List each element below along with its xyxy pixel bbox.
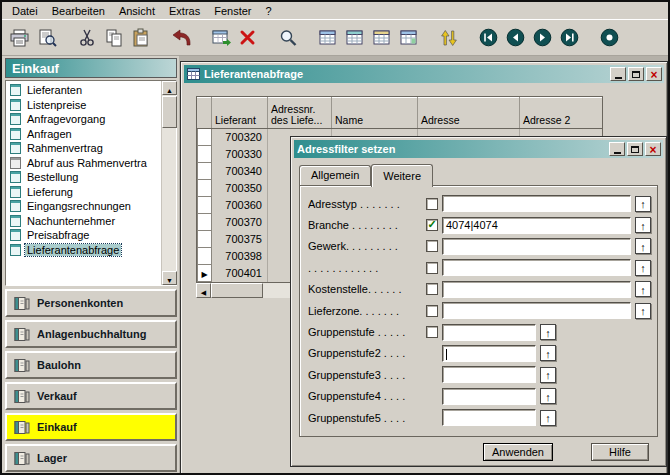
sidebar-item-abruf-aus-rahmenvertrag[interactable]: Abruf aus Rahmenvertra — [7, 156, 160, 171]
row-selector[interactable] — [197, 129, 212, 146]
paste-button[interactable] — [127, 25, 154, 51]
dialog-maximize-button[interactable] — [627, 142, 643, 156]
column-header-name[interactable]: Name — [332, 97, 418, 128]
grid-view-2-button[interactable] — [341, 25, 368, 51]
cut-button[interactable] — [73, 25, 100, 51]
menu-ansicht[interactable]: Ansicht — [112, 3, 162, 19]
blank-input[interactable] — [442, 259, 631, 276]
column-header-adresse[interactable]: Adresse — [418, 97, 520, 128]
gewerk-input[interactable] — [442, 238, 631, 255]
sidebar-item-eingangsrechnungen[interactable]: Eingangsrechnungen — [7, 199, 160, 214]
print-preview-button[interactable] — [33, 25, 60, 51]
grid-view-1-button[interactable] — [314, 25, 341, 51]
export-table-button[interactable] — [207, 25, 234, 51]
row-selector[interactable] — [197, 146, 212, 163]
branche-checkbox[interactable] — [426, 219, 438, 231]
scroll-left-button[interactable] — [196, 283, 211, 298]
module-button-anlagenbuchhaltung[interactable]: Anlagenbuchhaltung — [5, 320, 177, 348]
adresstyp-input[interactable] — [442, 195, 631, 212]
blank-lookup-button[interactable] — [635, 260, 651, 276]
module-button-einkauf[interactable]: Einkauf — [5, 413, 177, 441]
gruppenstufe-checkbox[interactable] — [426, 326, 438, 338]
row-selector[interactable] — [197, 248, 212, 265]
menu-datei[interactable]: Datei — [5, 3, 45, 19]
grid-view-3-button[interactable] — [368, 25, 395, 51]
adresstyp-lookup-button[interactable] — [635, 196, 651, 212]
nav-first-button[interactable] — [475, 25, 502, 51]
sidebar-item-preisabfrage[interactable]: Preisabfrage — [7, 228, 160, 243]
gruppenstufe-input[interactable] — [442, 324, 536, 341]
lieferzone-lookup-button[interactable] — [635, 303, 651, 319]
blank-checkbox[interactable] — [426, 262, 438, 274]
scroll-up-button[interactable] — [162, 81, 177, 95]
kostenstelle-lookup-button[interactable] — [635, 281, 651, 297]
scrollbar-thumb[interactable] — [211, 283, 263, 298]
sidebar-item-lieferanten[interactable]: Lieferanten — [7, 83, 160, 98]
lieferzone-checkbox[interactable] — [426, 305, 438, 317]
delete-button[interactable] — [234, 25, 261, 51]
gruppenstufe5-lookup-button[interactable] — [540, 410, 556, 426]
row-selector[interactable] — [197, 163, 212, 180]
window-minimize-button[interactable] — [610, 67, 626, 81]
hilfe-button[interactable]: Hilfe — [591, 443, 649, 461]
dialog-minimize-button[interactable] — [609, 142, 625, 156]
undo-button[interactable] — [167, 25, 194, 51]
grid-view-4-button[interactable] — [395, 25, 422, 51]
tab-allgemein[interactable]: Allgemein — [299, 165, 371, 185]
nav-previous-button[interactable] — [502, 25, 529, 51]
sidebar-item-bestellung[interactable]: Bestellung — [7, 170, 160, 185]
gruppenstufe4-lookup-button[interactable] — [540, 388, 556, 404]
print-button[interactable] — [6, 25, 33, 51]
row-selector[interactable] — [197, 180, 212, 197]
kostenstelle-checkbox[interactable] — [426, 283, 438, 295]
sidebar-item-anfragevorgang[interactable]: Anfragevorgang — [7, 112, 160, 127]
adresstyp-checkbox[interactable] — [426, 198, 438, 210]
search-button[interactable] — [274, 25, 301, 51]
gruppenstufe2-lookup-button[interactable] — [540, 345, 556, 361]
scrollbar-thumb[interactable] — [162, 96, 177, 128]
window-close-button[interactable] — [646, 67, 662, 81]
gewerk-checkbox[interactable] — [426, 240, 438, 252]
menu-fenster[interactable]: Fenster — [207, 3, 258, 19]
row-selector[interactable] — [197, 197, 212, 214]
column-header-lieferant[interactable]: Lieferant — [212, 97, 268, 128]
copy-button[interactable] — [100, 25, 127, 51]
tab-weitere[interactable]: Weitere — [371, 164, 433, 187]
row-selector-current[interactable] — [197, 265, 212, 282]
sidebar-item-nachunternehmer[interactable]: Nachunternehmer — [7, 214, 160, 229]
sidebar-item-listenpreise[interactable]: Listenpreise — [7, 98, 160, 113]
menu-hilfe[interactable]: ? — [258, 3, 278, 19]
column-header-adresse2[interactable]: Adresse 2 — [520, 97, 602, 128]
sidebar-item-lieferantenabfrage[interactable]: Lieferantenabfrage — [7, 243, 160, 258]
gewerk-lookup-button[interactable] — [635, 238, 651, 254]
column-header-adressnr[interactable]: Adressnr. des Liefe... — [268, 97, 332, 128]
dialog-titlebar[interactable]: Adressfilter setzen — [294, 140, 663, 158]
gruppenstufe5-input[interactable] — [442, 409, 536, 426]
module-button-verkauf[interactable]: Verkauf — [5, 382, 177, 410]
branche-input[interactable]: 4074|4074 — [442, 217, 631, 234]
lieferzone-input[interactable] — [442, 302, 631, 319]
sidebar-item-rahmenvertrag[interactable]: Rahmenvertrag — [7, 141, 160, 156]
row-selector[interactable] — [197, 231, 212, 248]
sidebar-item-lieferung[interactable]: Lieferung — [7, 185, 160, 200]
module-button-lager[interactable]: Lager — [5, 444, 177, 472]
branche-lookup-button[interactable] — [635, 217, 651, 233]
gruppenstufe4-input[interactable] — [442, 388, 536, 405]
gruppenstufe2-input[interactable] — [442, 345, 536, 362]
window-titlebar[interactable]: Lieferantenabfrage — [184, 65, 664, 83]
dialog-close-button[interactable] — [645, 142, 661, 156]
gruppenstufe3-lookup-button[interactable] — [540, 367, 556, 383]
module-button-personenkonten[interactable]: Personenkonten — [5, 289, 177, 317]
nav-next-button[interactable] — [529, 25, 556, 51]
scroll-down-button[interactable] — [162, 271, 177, 285]
row-selector[interactable] — [197, 214, 212, 231]
menu-extras[interactable]: Extras — [162, 3, 207, 19]
nav-last-button[interactable] — [556, 25, 583, 51]
gruppenstufe-lookup-button[interactable] — [540, 324, 556, 340]
kostenstelle-input[interactable] — [442, 281, 631, 298]
sidebar-item-anfragen[interactable]: Anfragen — [7, 127, 160, 142]
module-button-baulohn[interactable]: Baulohn — [5, 351, 177, 379]
menu-bearbeiten[interactable]: Bearbeiten — [45, 3, 112, 19]
window-maximize-button[interactable] — [628, 67, 644, 81]
tree-scrollbar[interactable] — [161, 81, 176, 285]
